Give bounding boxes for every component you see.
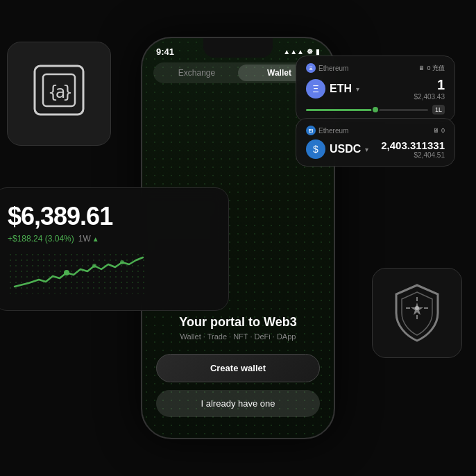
usdc-card: EI Ethereum 🖥 0 $ USDC ▾ 2,403.311331 $2… bbox=[296, 118, 455, 167]
eth-icon: Ξ bbox=[306, 79, 325, 99]
usdc-chain-icon: EI bbox=[306, 126, 316, 135]
portal-title: Your portal to Web3 bbox=[142, 315, 334, 330]
eth-amount: 1 $2,403.43 bbox=[414, 77, 445, 101]
usdc-name: $ USDC ▾ bbox=[306, 139, 368, 159]
scene: 9:41 ▲▲▲ ☸ ▮ Exchange Wallet Your portal… bbox=[0, 0, 476, 476]
svg-point-5 bbox=[64, 270, 69, 275]
usdc-dropdown-icon[interactable]: ▾ bbox=[365, 146, 368, 153]
sparkline-chart bbox=[8, 252, 146, 294]
eth-slider-label: 1L bbox=[432, 105, 445, 114]
portal-subtitle: Wallet · Trade · NFT · DeFi · DApp bbox=[142, 332, 334, 341]
brand-card: {a} bbox=[7, 42, 111, 146]
eth-dropdown-icon[interactable]: ▾ bbox=[356, 85, 359, 93]
svg-point-6 bbox=[92, 264, 96, 268]
usdc-amount: 2,403.311331 $2,404.51 bbox=[381, 139, 445, 159]
svg-point-7 bbox=[120, 260, 124, 264]
usdc-card-top: EI Ethereum 🖥 0 bbox=[306, 126, 445, 135]
have-one-button[interactable]: I already have one bbox=[156, 390, 320, 417]
eth-amount-main: 1 bbox=[414, 77, 445, 93]
tab-exchange[interactable]: Exchange bbox=[155, 65, 238, 81]
usdc-label: USDC bbox=[330, 143, 361, 155]
portfolio-change-value: +$188.24 (3.04%) bbox=[8, 234, 74, 244]
signal-icon: ▲▲▲ bbox=[283, 48, 304, 56]
portfolio-period: 1W ▲ bbox=[78, 234, 99, 244]
eth-chain-label: Ξ Ethereum bbox=[306, 63, 348, 73]
period-arrow-icon: ▲ bbox=[92, 235, 99, 243]
status-time: 9:41 bbox=[156, 46, 174, 57]
shield-card bbox=[372, 268, 462, 358]
eth-chain-icon: Ξ bbox=[306, 63, 316, 73]
brand-icon: {a} bbox=[28, 59, 90, 128]
eth-badge: 🖥 0 充值 bbox=[418, 64, 445, 73]
eth-slider: 1L bbox=[306, 105, 445, 114]
usdc-chain-label: EI Ethereum bbox=[306, 126, 348, 135]
usdc-badge: 🖥 0 bbox=[433, 127, 445, 134]
battery-icon: ▮ bbox=[316, 48, 320, 56]
usdc-main-row: $ USDC ▾ 2,403.311331 $2,404.51 bbox=[306, 139, 445, 159]
eth-name: Ξ ETH ▾ bbox=[306, 79, 359, 99]
eth-card: Ξ Ethereum 🖥 0 充值 Ξ ETH ▾ 1 $2,403.43 bbox=[296, 56, 455, 122]
svg-text:{a}: {a} bbox=[48, 83, 71, 102]
status-icons: ▲▲▲ ☸ ▮ bbox=[283, 48, 320, 56]
portfolio-change: +$188.24 (3.04%) 1W ▲ bbox=[8, 234, 214, 244]
eth-slider-track bbox=[306, 109, 428, 111]
usdc-amount-usd: $2,404.51 bbox=[381, 151, 445, 159]
usdc-icon: $ bbox=[306, 139, 325, 159]
eth-slider-fill bbox=[306, 109, 380, 111]
usdc-amount-main: 2,403.311331 bbox=[381, 139, 445, 151]
notch bbox=[203, 38, 273, 58]
eth-card-top: Ξ Ethereum 🖥 0 充值 bbox=[306, 63, 445, 73]
portfolio-card: $6,389.61 +$188.24 (3.04%) 1W ▲ bbox=[0, 187, 229, 311]
create-wallet-button[interactable]: Create wallet bbox=[156, 354, 320, 382]
eth-slider-thumb[interactable] bbox=[371, 105, 380, 114]
eth-label: ETH bbox=[330, 83, 352, 95]
svg-point-8 bbox=[415, 306, 419, 310]
shield-icon bbox=[389, 282, 445, 344]
portfolio-amount: $6,389.61 bbox=[8, 202, 214, 231]
wifi-icon: ☸ bbox=[307, 48, 313, 56]
mini-chart bbox=[8, 252, 214, 296]
eth-main-row: Ξ ETH ▾ 1 $2,403.43 bbox=[306, 77, 445, 101]
portal-section: Your portal to Web3 Wallet · Trade · NFT… bbox=[142, 315, 334, 341]
eth-amount-usd: $2,403.43 bbox=[414, 93, 445, 101]
